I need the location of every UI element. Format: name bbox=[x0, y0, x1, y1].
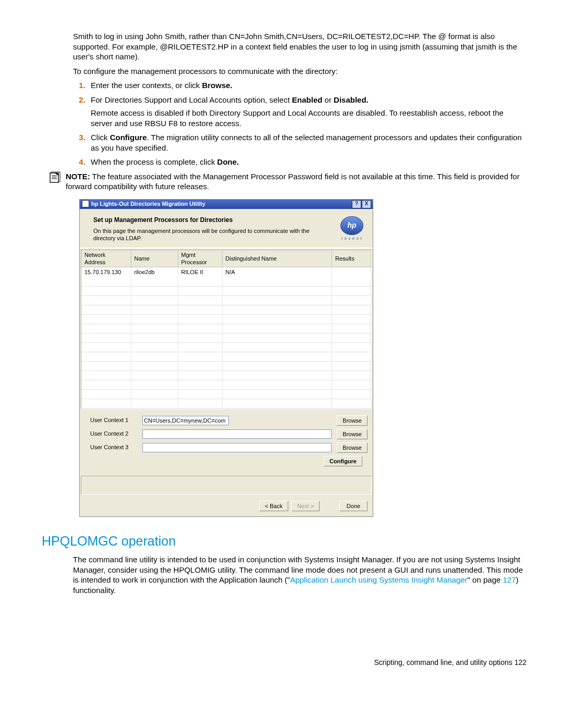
step-4: When the process is complete, click Done… bbox=[88, 157, 527, 167]
wizard-subhead: On this page the management processors w… bbox=[93, 227, 317, 242]
wizard-heading: Set up Management Processors for Directo… bbox=[93, 216, 317, 225]
browse-button-1[interactable]: Browse bbox=[337, 415, 368, 426]
help-button[interactable]: ? bbox=[352, 200, 361, 208]
back-button[interactable]: < Back bbox=[259, 501, 288, 511]
col-name[interactable]: Name bbox=[131, 250, 178, 267]
col-network-address[interactable]: Network Address bbox=[81, 250, 131, 267]
processor-table: Network Address Name Mgmt Processor Dist… bbox=[81, 250, 372, 409]
intro-paragraph: Smith to log in using John Smith, rather… bbox=[73, 31, 527, 62]
col-mgmt-processor[interactable]: Mgmt Processor bbox=[178, 250, 222, 267]
configure-intro: To configure the management processors t… bbox=[73, 66, 527, 77]
step-1: Enter the user contexts, or click Browse… bbox=[88, 80, 527, 91]
step-2-sub: Remote access is disabled if both Direct… bbox=[91, 108, 527, 128]
note-block: NOTE: The feature associated with the Ma… bbox=[42, 171, 527, 192]
uc3-input[interactable] bbox=[142, 443, 332, 452]
steps-list: Enter the user contexts, or click Browse… bbox=[73, 80, 527, 167]
table-row[interactable]: 15.70.179.130 riloe2db RILOE II N/A bbox=[81, 267, 371, 277]
uc1-input[interactable] bbox=[142, 416, 229, 425]
next-button[interactable]: Next > bbox=[291, 501, 320, 511]
note-label: NOTE: bbox=[66, 172, 90, 181]
col-distinguished-name[interactable]: Distinguished Name bbox=[222, 250, 332, 267]
configure-button[interactable]: Configure bbox=[324, 456, 362, 466]
step-2: For Directories Support and Local Accoun… bbox=[88, 95, 527, 129]
hp-logo-icon: hp bbox=[340, 216, 363, 235]
done-button[interactable]: Done bbox=[339, 501, 368, 511]
app-icon bbox=[82, 200, 89, 207]
section-heading: HPQLOMGC operation bbox=[42, 533, 527, 550]
uc1-label: User Context 1 bbox=[90, 416, 137, 424]
col-results[interactable]: Results bbox=[332, 250, 371, 267]
note-icon bbox=[47, 171, 63, 186]
browse-button-2[interactable]: Browse bbox=[337, 429, 368, 439]
close-button[interactable]: X bbox=[362, 200, 371, 208]
browse-button-3[interactable]: Browse bbox=[337, 442, 368, 453]
uc3-label: User Context 3 bbox=[90, 443, 137, 451]
step-3: Click Configure. The migration utility c… bbox=[88, 132, 527, 153]
status-area bbox=[81, 476, 372, 495]
section-body: The command line utility is intended to … bbox=[73, 554, 527, 595]
migration-utility-window: hp Lights-Out Directories Migration Util… bbox=[79, 199, 373, 517]
titlebar: hp Lights-Out Directories Migration Util… bbox=[80, 200, 373, 209]
uc2-input[interactable] bbox=[142, 429, 332, 439]
uc2-label: User Context 2 bbox=[90, 430, 137, 437]
note-text: The feature associated with the Manageme… bbox=[66, 172, 520, 191]
hp-logo-sub: i n v e n t bbox=[340, 236, 363, 241]
window-title: hp Lights-Out Directories Migration Util… bbox=[91, 200, 205, 207]
page-footer: Scripting, command line, and utility opt… bbox=[42, 658, 527, 667]
xref-link[interactable]: Application Launch using Systems Insight… bbox=[290, 575, 467, 584]
page-ref-link[interactable]: 127 bbox=[503, 575, 516, 584]
